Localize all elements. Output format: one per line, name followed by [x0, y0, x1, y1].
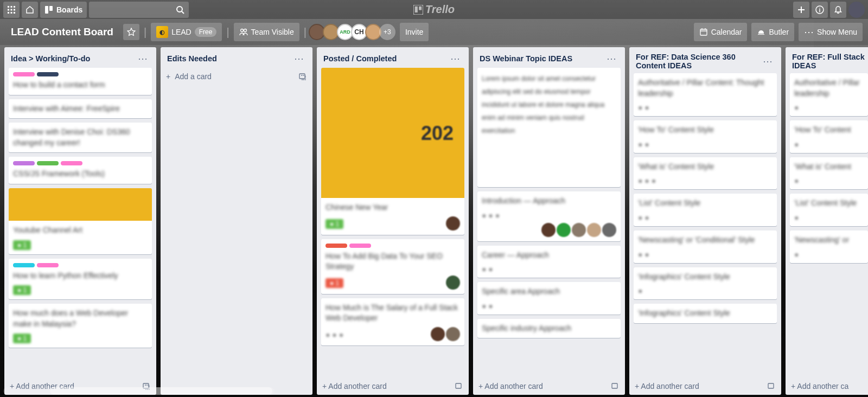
list-menu-button[interactable]: ⋯	[761, 55, 775, 67]
list-title[interactable]: For REF: Data Science 360 Content IDEAS	[636, 53, 761, 70]
add-card-label: Add another card	[328, 382, 386, 390]
card[interactable]: 'What is' Content●	[790, 157, 868, 190]
add-card-button[interactable]: + Add another card	[473, 377, 625, 395]
visibility-label: Team Visible	[251, 28, 294, 36]
card[interactable]: How to build a contact form	[9, 68, 152, 95]
add-card-button[interactable]: + Add another ca	[786, 377, 868, 395]
logo[interactable]: Trello	[413, 3, 455, 16]
card[interactable]: 'List' Content Style● ●	[634, 194, 777, 226]
show-menu-label: Show Menu	[817, 28, 857, 36]
list-ds-webinar: DS Webinar Topic IDEAS ⋯ Lorem ipsum dol…	[473, 47, 625, 395]
plus-icon: +	[635, 382, 639, 390]
list-menu-button[interactable]: ⋯	[604, 53, 618, 65]
card[interactable]: 202 Chinese New Year ● 1	[321, 68, 464, 235]
card-title: How much does a Web Developer make in Ma…	[13, 308, 148, 329]
label-pink	[349, 244, 371, 248]
info-button[interactable]	[812, 2, 828, 18]
svg-rect-21	[456, 383, 461, 388]
butler-label: Butler	[769, 28, 789, 36]
apps-button[interactable]	[3, 2, 20, 18]
card[interactable]: 'Infographics' Content Style	[634, 304, 777, 323]
horizontal-scrollbar[interactable]	[3, 387, 275, 395]
member-avatar	[431, 327, 445, 341]
butler-button[interactable]: Butler	[751, 23, 794, 41]
visibility-pill[interactable]: Team Visible	[234, 23, 299, 41]
star-button[interactable]	[123, 24, 139, 40]
card[interactable]: Lorem ipsum dolor sit amet consectetur a…	[477, 68, 621, 187]
scrollbar-thumb[interactable]	[50, 387, 272, 395]
card[interactable]: Youtube Channel Art ● 1	[9, 188, 152, 254]
badge-chip: ● 1	[13, 285, 31, 295]
home-button[interactable]	[22, 2, 38, 18]
template-icon[interactable]	[767, 382, 776, 390]
add-card-button[interactable]: + Add another card	[629, 377, 781, 395]
card[interactable]: Introduction — Approach ● ● ●	[477, 191, 621, 241]
card[interactable]: 'List' Content Style●	[790, 194, 868, 226]
svg-rect-4	[11, 9, 12, 10]
calendar-icon	[699, 28, 708, 36]
card-title: 'List' Content Style	[638, 198, 773, 209]
calendar-button[interactable]: Calendar	[694, 23, 748, 41]
boards-label: Boards	[56, 5, 82, 14]
invite-button[interactable]: Invite	[400, 23, 429, 41]
list-menu-button[interactable]: ⋯	[448, 53, 462, 65]
invite-label: Invite	[405, 28, 423, 36]
list-menu-button[interactable]: ⋯	[136, 53, 150, 65]
card[interactable]: Authoritative / Pillar leadership●	[790, 73, 868, 116]
svg-rect-23	[768, 383, 774, 388]
list-menu-button[interactable]: ⋯	[292, 53, 306, 65]
user-avatar[interactable]	[848, 2, 865, 18]
list-title[interactable]: For REF: Full Stack IDEAS	[792, 53, 866, 70]
card[interactable]: 'Infographics' Content Style●	[634, 267, 777, 300]
card[interactable]: 'What is' Content Style● ● ●	[634, 157, 777, 190]
card[interactable]: 'Newscasting' or 'Conditional' Style● ●	[634, 230, 777, 263]
list-edits-needed: Edits Needed ⋯ + Add a card	[161, 47, 312, 395]
notifications-button[interactable]	[830, 2, 846, 18]
template-icon[interactable]	[298, 72, 307, 81]
member-avatar	[446, 327, 460, 341]
plus-icon: +	[478, 382, 483, 390]
card-title: Authoritative / Pillar Content: Thought …	[638, 78, 773, 99]
template-icon[interactable]	[455, 382, 463, 390]
create-button[interactable]	[793, 2, 809, 18]
card[interactable]: How to learn Python Effectively ● 1	[9, 259, 152, 300]
card-title: Specific industry Approach	[482, 323, 616, 334]
add-card-button[interactable]: + Add a card	[161, 68, 312, 85]
card[interactable]: Interview with Aimee: FreeSpire	[9, 99, 152, 119]
card[interactable]: CSS/JS Framework (Tools)	[9, 157, 152, 184]
list-title[interactable]: Posted / Completed	[323, 54, 397, 63]
board-title[interactable]: LEAD Content Board	[5, 26, 119, 38]
card[interactable]: How much does a Web Developer make in Ma…	[9, 304, 152, 348]
template-icon[interactable]	[611, 382, 620, 390]
plus-icon: +	[322, 382, 327, 390]
card-title: Specific area Approach	[482, 286, 616, 297]
list-cards: How to build a contact form Interview wi…	[4, 68, 156, 377]
card-title: Career — Approach	[482, 250, 616, 261]
show-menu-button[interactable]: ⋯ Show Menu	[799, 23, 863, 41]
list-title[interactable]: Idea > Working/To-do	[11, 54, 90, 63]
card[interactable]: Interview with Denise Choi: DS360 change…	[9, 123, 152, 152]
board[interactable]: Idea > Working/To-do ⋯ How to build a co…	[0, 45, 868, 397]
card[interactable]: 'How To' Content Style● ●	[634, 120, 777, 153]
card[interactable]: 'Newscasting' or●	[790, 230, 868, 263]
list-title[interactable]: Edits Needed	[167, 54, 217, 63]
add-card-button[interactable]: + Add another card	[317, 377, 469, 395]
member-stack[interactable]: ARD CH +3	[311, 24, 395, 40]
boards-button[interactable]: Boards	[40, 2, 87, 18]
card[interactable]: How To Add Big Data To Your SEO Strategy…	[321, 239, 464, 294]
search-input[interactable]	[89, 2, 189, 18]
svg-rect-22	[612, 383, 617, 388]
card[interactable]: How Much is The Salary of a Full Stack W…	[321, 298, 464, 345]
member-avatar	[572, 223, 586, 237]
card[interactable]: Career — Approach ● ●	[477, 246, 621, 278]
member-count[interactable]: +3	[379, 24, 395, 40]
card[interactable]: 'How To' Content●	[790, 120, 868, 153]
card[interactable]: Specific area Approach ● ●	[477, 282, 621, 315]
list-title[interactable]: DS Webinar Topic IDEAS	[480, 54, 572, 63]
card[interactable]: Specific industry Approach	[477, 319, 621, 338]
card[interactable]: Authoritative / Pillar Content: Thought …	[634, 73, 777, 116]
home-icon	[25, 5, 34, 14]
plan-badge: Free	[195, 27, 217, 37]
card-title: Youtube Channel Art	[13, 225, 148, 236]
workspace-pill[interactable]: ◐ LEAD Free	[151, 23, 222, 41]
